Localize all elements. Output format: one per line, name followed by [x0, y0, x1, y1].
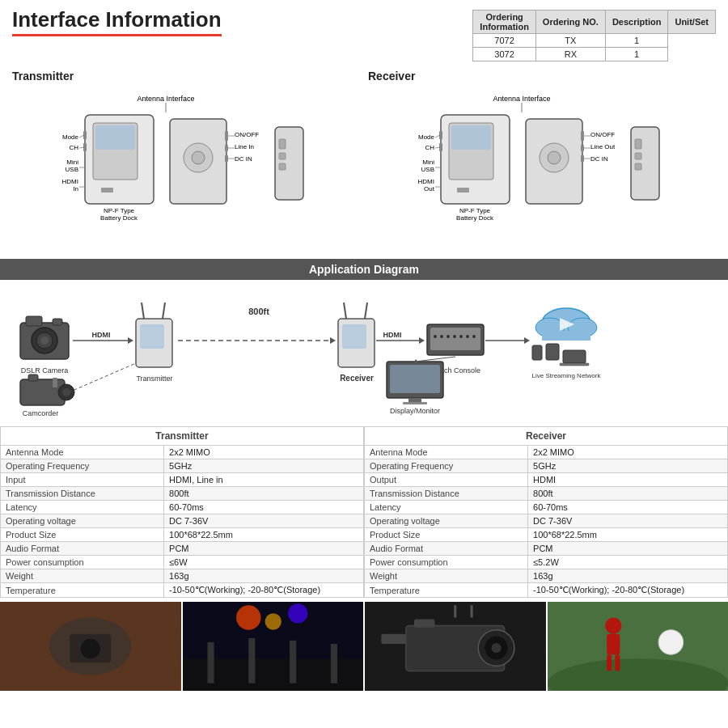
svg-rect-45	[635, 139, 641, 149]
photo-strip	[0, 602, 728, 691]
tx-spec-value-6: 100*68*22.5mm	[164, 528, 364, 542]
tx-ch-label: CH	[69, 144, 78, 151]
tx-spec-label-8: Power consumption	[1, 556, 164, 569]
rx-spec-value-4: 60-70ms	[528, 501, 728, 514]
svg-marker-61	[330, 337, 336, 344]
svg-rect-82	[542, 331, 590, 341]
rx-device-icon: Receiver	[338, 303, 375, 383]
svg-rect-95	[28, 375, 38, 381]
tx-spec-label-1: Operating Frequency	[1, 459, 164, 473]
hdmi-label-1: HDMI	[92, 331, 111, 339]
page-title: Interface Information	[12, 8, 222, 32]
svg-point-71	[440, 335, 443, 338]
desc-rx: RX	[535, 48, 605, 61]
svg-marker-67	[419, 337, 425, 344]
rx-battery-label2: Battery Dock	[456, 214, 494, 222]
distance-label: 800ft	[248, 307, 269, 316]
svg-rect-21	[279, 139, 286, 149]
svg-point-105	[236, 605, 260, 629]
rx-spec-value-2: HDMI	[528, 473, 728, 487]
transmitter-specs-table: Transmitter Antenna Mode2x2 MIMOOperatin…	[0, 426, 364, 598]
receiver-diagram: Antenna Interface Mode CH Mini USB HDMI …	[368, 87, 708, 248]
svg-rect-30	[457, 188, 469, 193]
tx-spec-label-5: Operating voltage	[1, 514, 164, 528]
rx-spec-value-8: ≤5.2W	[528, 556, 728, 569]
receiver-label: Receiver	[368, 70, 716, 83]
camcorder-label: Camcorder	[23, 409, 59, 416]
svg-rect-110	[248, 638, 255, 684]
rx-spec-label-0: Antenna Mode	[365, 446, 528, 459]
svg-rect-63	[342, 324, 366, 349]
rx-hdmi-label2: Out	[424, 185, 435, 193]
header: Interface Information OrderingInformatio…	[0, 0, 728, 66]
rx-spec-value-10: -10-50℃(Working); -20-80℃(Storage)	[528, 583, 728, 598]
tx-miniusb-label: Mini	[66, 159, 78, 166]
col-header-description: Description	[605, 11, 668, 34]
ordering-info-cell: OrderingInformation	[473, 11, 536, 34]
tx-spec-value-10: -10-50℃(Working); -20-80℃(Storage)	[164, 583, 364, 598]
receiver-col: Receiver Antenna Interface Mode CH Mini …	[368, 70, 716, 248]
tx-spec-value-3: 800ft	[164, 487, 364, 501]
rx-spec-label-8: Power consumption	[365, 556, 528, 569]
order-7072: 7072	[473, 34, 536, 48]
svg-line-64	[344, 303, 346, 319]
transmitter-diagram: Antenna Interface Mode CH Mini USB HDMI …	[12, 87, 352, 248]
svg-point-103	[81, 639, 100, 658]
camcorder-icon: Camcorder	[20, 375, 74, 416]
svg-rect-112	[330, 644, 336, 684]
rx-spec-label-9: Weight	[365, 569, 528, 583]
svg-rect-96	[53, 378, 57, 387]
svg-rect-15	[225, 145, 228, 151]
svg-point-124	[658, 630, 683, 654]
col-header-unit-set: Unit/Set	[668, 11, 716, 34]
dslr-camera-icon: DSLR Camera	[20, 316, 69, 375]
tx-miniusb-label2: USB	[66, 166, 78, 173]
svg-rect-14	[225, 131, 228, 141]
svg-rect-119	[414, 619, 434, 627]
svg-marker-55	[128, 337, 133, 344]
svg-line-98	[415, 357, 455, 362]
receiver-diagram-label: Receiver	[340, 374, 374, 383]
svg-rect-109	[207, 642, 214, 684]
svg-rect-23	[279, 163, 286, 170]
svg-point-72	[447, 335, 450, 338]
svg-rect-39	[581, 145, 584, 151]
tx-device-icon: Transmitter	[136, 303, 173, 383]
svg-point-70	[434, 335, 437, 338]
rx-spec-label-5: Operating voltage	[365, 514, 528, 528]
ordering-table: OrderingInformation Ordering NO. Descrip…	[472, 10, 716, 61]
rx-spec-value-6: 100*68*22.5mm	[528, 528, 728, 542]
rx-antenna-label: Antenna Interface	[493, 95, 550, 103]
svg-point-107	[265, 613, 281, 629]
unit-1-tx: 1	[605, 34, 668, 48]
rx-spec-label-6: Product Size	[365, 528, 528, 542]
receiver-specs-col: Receiver Antenna Mode2x2 MIMOOperating F…	[364, 426, 728, 598]
rx-spec-value-5: DC 7-36V	[528, 514, 728, 528]
tx-spec-label-2: Input	[1, 473, 164, 487]
display-monitor-label: Display/Monitor	[390, 407, 440, 415]
transmitter-col: Transmitter Antenna Interface Mode CH Mi…	[12, 70, 360, 248]
tx-battery-label2: Battery Dock	[100, 214, 138, 222]
photo-sports	[548, 602, 729, 691]
hdmi-label-2: HDMI	[383, 331, 402, 339]
svg-rect-69	[430, 328, 480, 350]
svg-rect-27	[451, 125, 491, 150]
rx-spec-label-2: Output	[365, 473, 528, 487]
display-monitor-icon: Display/Monitor	[387, 362, 443, 415]
specs-section: Transmitter Antenna Mode2x2 MIMOOperatin…	[0, 426, 728, 598]
tx-spec-value-2: HDMI, Line in	[164, 473, 364, 487]
tx-linein-label: Line In	[235, 143, 254, 150]
svg-rect-46	[635, 153, 641, 159]
rx-miniusb-label: Mini	[422, 159, 434, 166]
svg-rect-40	[581, 155, 584, 162]
tx-spec-value-7: PCM	[164, 542, 364, 556]
tx-battery-label: NP-F Type	[104, 207, 135, 214]
rx-miniusb-label2: USB	[421, 166, 434, 173]
receiver-specs-header: Receiver	[365, 427, 728, 446]
transmitter-specs-header: Transmitter	[1, 427, 364, 446]
svg-rect-126	[607, 634, 620, 654]
rx-ch-label: CH	[425, 144, 434, 151]
tx-spec-label-3: Transmission Distance	[1, 487, 164, 501]
rx-hdmi-label: HDMI	[418, 178, 434, 185]
tx-spec-value-5: DC 7-36V	[164, 514, 364, 528]
